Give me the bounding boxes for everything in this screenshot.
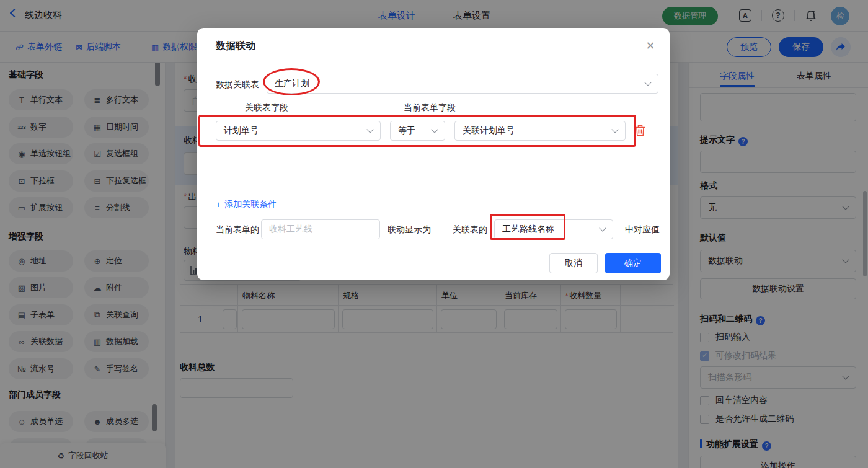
data-linkage-modal: 数据联动 ✕ 数据关联表 生产计划 关联表字段 当前表单字段 计划单号 等于 关… xyxy=(197,28,670,280)
current-form-field-input[interactable]: 收料工艺线 xyxy=(261,219,380,239)
modal-header-divider xyxy=(197,63,670,63)
current-form-label: 当前表单的 xyxy=(216,224,259,236)
modal-title: 数据联动 xyxy=(216,40,255,53)
confirm-button[interactable]: 确定 xyxy=(605,253,661,273)
annotation-rect-condition-row xyxy=(198,115,636,147)
chevron-down-icon xyxy=(599,224,606,231)
annotation-ellipse-related-table xyxy=(263,68,320,95)
column-header-current-field: 当前表单字段 xyxy=(404,102,456,113)
suffix-label: 中对应值 xyxy=(625,224,660,236)
delete-condition-icon[interactable] xyxy=(635,125,645,138)
app-window: 线边收料 表单设计 表单设置 数据管理 A ? 检 ☍ 表单外链 ⊠ 后端脚本 … xyxy=(0,0,868,468)
column-header-related-field: 关联表字段 xyxy=(245,102,288,113)
related-of-label: 关联表的 xyxy=(453,224,487,236)
cancel-button[interactable]: 取消 xyxy=(549,253,598,273)
chevron-down-icon xyxy=(644,79,651,86)
annotation-rect-related-field xyxy=(490,214,565,240)
related-table-select[interactable]: 生产计划 xyxy=(267,74,658,94)
related-table-label: 数据关联表 xyxy=(216,79,259,91)
display-as-label: 联动显示为 xyxy=(388,224,431,236)
add-condition-link[interactable]: + 添加关联条件 xyxy=(216,199,277,210)
plus-icon: + xyxy=(216,200,221,210)
close-icon[interactable]: ✕ xyxy=(642,38,658,54)
